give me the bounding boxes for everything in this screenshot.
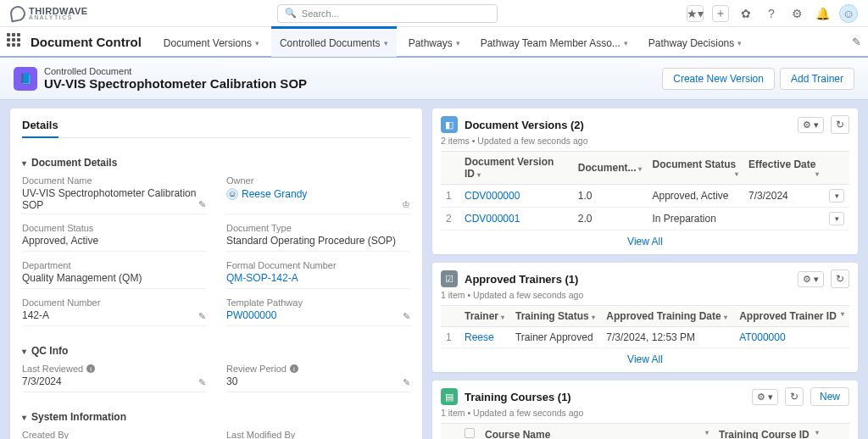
trainer-link[interactable]: Reese <box>465 331 494 343</box>
pin-icon[interactable]: ✿ <box>737 5 754 22</box>
change-owner-icon[interactable]: ♔ <box>402 199 410 210</box>
sort-icon: ▾ <box>815 429 819 436</box>
formal-number-link[interactable]: QM-SOP-142-A <box>226 272 298 284</box>
row-menu-button[interactable]: ▾ <box>829 189 844 203</box>
details-tab[interactable]: Details <box>22 119 58 138</box>
col-effective-date[interactable]: Effective Date▾ <box>743 152 824 185</box>
info-icon[interactable]: i <box>86 364 95 373</box>
trainer-id-link[interactable]: AT000000 <box>739 331 786 343</box>
add-button[interactable]: ＋ <box>712 5 729 22</box>
nav-document-versions[interactable]: Document Versions▾ <box>155 26 268 57</box>
card-settings-button[interactable]: ⚙ ▾ <box>752 389 778 405</box>
refresh-icon[interactable]: ↻ <box>785 387 804 406</box>
global-search-input[interactable]: 🔍 Search... <box>277 4 498 23</box>
settings-icon[interactable]: ⚙ <box>788 5 805 22</box>
view-all-link[interactable]: View All <box>627 353 663 365</box>
chevron-down-icon: ▾ <box>22 413 26 422</box>
sort-icon: ▾ <box>841 310 844 318</box>
details-panel: Details ▾Document Details Document Name … <box>10 108 422 439</box>
sort-icon: ▾ <box>592 314 595 321</box>
document-icon: 📘 <box>14 67 37 91</box>
field-department: Department Quality Management (QM) <box>22 260 206 289</box>
help-icon[interactable]: ? <box>763 5 780 22</box>
card-title: Document Versions (2) <box>465 119 791 131</box>
field-created-by: Created By ☺Reese Grandy, 7/3/2024, 12:4… <box>22 430 206 439</box>
info-icon[interactable]: i <box>290 364 298 373</box>
global-topbar: THIRDWAVE ANALYTICS 🔍 Search... ★▾ ＋ ✿ ?… <box>0 0 868 27</box>
logo-mark <box>9 4 27 22</box>
version-link[interactable]: CDV000000 <box>465 190 520 202</box>
user-avatar[interactable]: ☺ <box>839 4 858 23</box>
col-course-name[interactable]: Course Name▾ <box>480 424 714 440</box>
versions-icon: ◧ <box>441 116 458 133</box>
chevron-down-icon: ▾ <box>22 347 26 356</box>
field-owner: Owner ☺Reese Grandy ♔ <box>226 175 410 214</box>
courses-icon: ▤ <box>441 388 458 405</box>
card-meta: 1 item • Updated a few seconds ago <box>441 408 849 418</box>
trainers-table: Trainer▾ Training Status▾ Approved Train… <box>441 305 849 348</box>
nav-controlled-documents[interactable]: Controlled Documents▾ <box>271 26 397 57</box>
field-document-status: Document Status Approved, Active <box>22 223 206 252</box>
edit-icon[interactable]: ✎ <box>403 311 410 322</box>
card-meta: 2 items • Updated a few seconds ago <box>441 136 849 146</box>
col-training-status[interactable]: Training Status▾ <box>510 306 601 327</box>
chevron-down-icon: ▾ <box>456 39 460 47</box>
view-all-link[interactable]: View All <box>627 236 663 247</box>
chevron-down-icon: ▾ <box>255 39 259 47</box>
template-link[interactable]: PW000000 <box>226 309 276 321</box>
nav-pathway-decisions[interactable]: Pathway Decisions▾ <box>640 26 750 57</box>
card-title: Training Courses (1) <box>465 391 745 403</box>
new-course-button[interactable]: New <box>810 387 849 406</box>
approved-trainers-card: ☑ Approved Trainers (1) ⚙ ▾ ↻ 1 item • U… <box>432 263 858 372</box>
sort-icon: ▾ <box>724 314 727 321</box>
version-link[interactable]: CDV000001 <box>465 213 520 225</box>
col-document[interactable]: Document...▾ <box>573 152 648 185</box>
card-settings-button[interactable]: ⚙ ▾ <box>798 271 824 287</box>
edit-icon[interactable]: ✎ <box>403 377 410 388</box>
add-trainer-button[interactable]: Add Trainer <box>780 68 854 90</box>
courses-table: Course Name▾ Training Course ID▾ 1 UV-VI… <box>441 423 849 439</box>
col-approved-date[interactable]: Approved Training Date▾ <box>601 306 734 327</box>
section-document-details[interactable]: ▾Document Details <box>22 150 410 175</box>
col-trainer[interactable]: Trainer▾ <box>459 306 510 327</box>
refresh-icon[interactable]: ↻ <box>831 115 849 134</box>
row-menu-button[interactable]: ▾ <box>829 212 844 225</box>
table-row: 1 Reese Trainer Approved 7/3/2024, 12:53… <box>441 327 849 348</box>
sort-icon: ▾ <box>501 314 504 321</box>
field-document-name: Document Name UV-VIS Spectrophotometer C… <box>22 175 206 214</box>
col-version-id[interactable]: Document Version ID▾ <box>459 152 573 185</box>
edit-icon[interactable]: ✎ <box>198 377 206 388</box>
field-document-number: Document Number 142-A ✎ <box>22 297 206 326</box>
edit-nav-icon[interactable]: ✎ <box>852 36 861 48</box>
chevron-down-icon: ▾ <box>624 39 628 47</box>
section-system-info[interactable]: ▾System Information <box>22 404 410 430</box>
owner-avatar: ☺ <box>226 188 238 200</box>
owner-link[interactable]: Reese Grandy <box>242 188 307 200</box>
record-title: UV-VIS Spectrophotometer Calibration SOP <box>44 76 307 91</box>
table-row: 2 CDV000001 2.0 In Preparation ▾ <box>441 208 849 231</box>
chevron-down-icon: ▾ <box>737 39 742 47</box>
card-meta: 1 item • Updated a few seconds ago <box>441 290 849 300</box>
edit-icon[interactable]: ✎ <box>198 311 206 322</box>
sort-icon: ▾ <box>638 165 642 173</box>
col-course-id[interactable]: Training Course ID▾ <box>714 424 824 440</box>
nav-pathway-team-member[interactable]: Pathway Team Member Asso...▾ <box>472 26 637 57</box>
card-settings-button[interactable]: ⚙ ▾ <box>798 117 824 133</box>
notifications-icon[interactable]: 🔔 <box>814 5 831 22</box>
app-navbar: Document Control Document Versions▾ Cont… <box>0 27 868 58</box>
favorites-button[interactable]: ★▾ <box>687 5 704 22</box>
trainers-icon: ☑ <box>441 270 458 287</box>
edit-icon[interactable]: ✎ <box>198 199 206 210</box>
table-row: 1 CDV000000 1.0 Approved, Active 7/3/202… <box>441 185 849 208</box>
app-launcher-icon[interactable] <box>7 33 24 50</box>
col-status[interactable]: Document Status▾ <box>647 152 743 185</box>
sort-icon: ▾ <box>477 171 481 179</box>
col-trainer-id[interactable]: Approved Trainer ID▾ <box>734 306 849 327</box>
select-all-checkbox[interactable] <box>465 428 475 438</box>
field-last-reviewed: Last Reviewedi 7/3/2024 ✎ <box>22 364 206 392</box>
section-qc-info[interactable]: ▾QC Info <box>22 338 410 364</box>
create-new-version-button[interactable]: Create New Version <box>662 68 775 90</box>
field-formal-number: Formal Document Number QM-SOP-142-A <box>226 260 410 289</box>
nav-pathways[interactable]: Pathways▾ <box>400 26 469 57</box>
refresh-icon[interactable]: ↻ <box>831 270 849 288</box>
